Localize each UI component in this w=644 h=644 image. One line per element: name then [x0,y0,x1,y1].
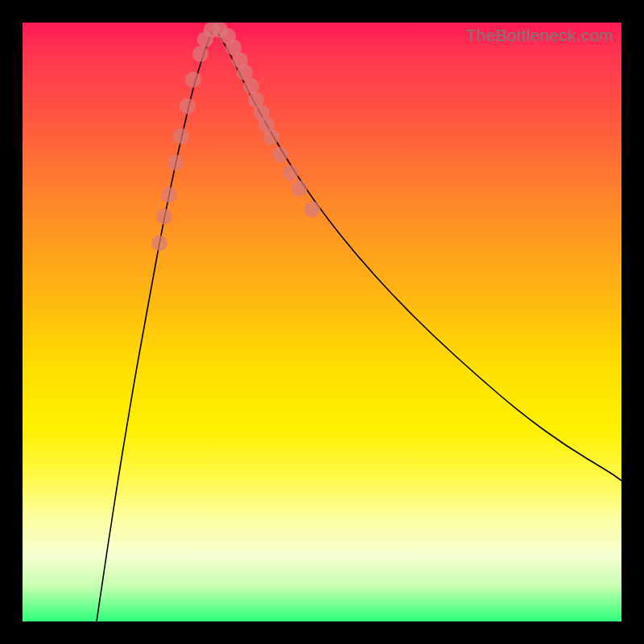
marker-point [304,201,320,217]
chart-svg [23,23,621,621]
marker-point [180,98,196,114]
chart-frame: TheBottleneck.com [0,0,644,644]
marker-point [283,165,299,181]
marker-point [291,180,308,196]
curve-left-branch [97,27,214,621]
marker-point [263,129,279,145]
marker-point [192,46,208,62]
marker-point [237,64,253,80]
marker-point [243,78,259,94]
data-markers [151,23,320,251]
marker-point [272,147,288,163]
marker-point [161,187,177,203]
marker-point [156,208,172,225]
curve-lines [97,27,621,621]
marker-point [173,128,189,144]
marker-point [167,155,184,171]
marker-point [151,235,167,251]
plot-area: TheBottleneck.com [23,23,621,621]
curve-right-branch [214,27,621,481]
marker-point [185,72,201,88]
